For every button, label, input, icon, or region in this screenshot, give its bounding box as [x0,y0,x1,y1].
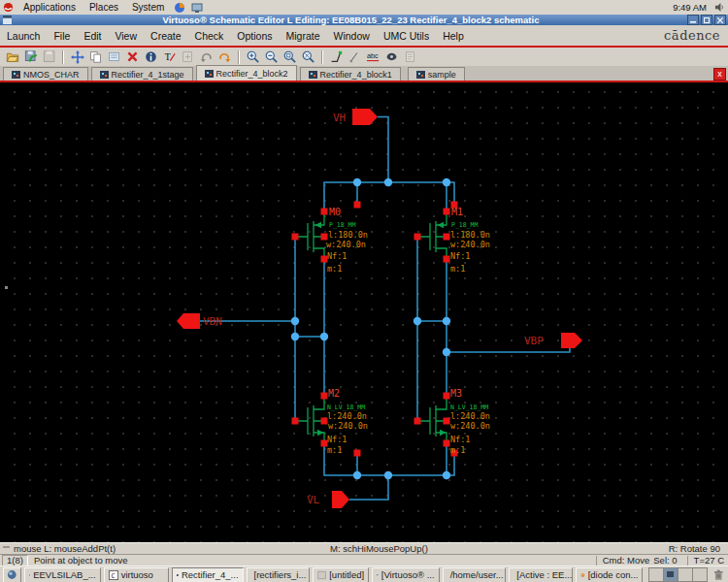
document-globe-icon [580,570,585,580]
transistor-m2-labels: M2 N_LV_18_MM l:240.0n w:240.0n Nf:1 m:1 [327,388,368,455]
pin-arrow [332,491,349,508]
svg-text:l:240.0n: l:240.0n [450,411,490,421]
zoom-area-button[interactable] [281,49,298,65]
transistor-m2-symbol[interactable] [292,393,328,447]
schematic-wires[interactable] [200,117,570,501]
redo-button[interactable] [216,49,233,65]
trash-icon[interactable] [713,569,724,581]
zoom-in-button[interactable] [245,49,261,65]
browser-launcher-icon[interactable] [174,2,185,14]
pin-vbp[interactable]: VBP [524,333,582,348]
taskbar-window-untitled[interactable]: [untitled] [313,567,369,582]
stretch-button[interactable] [106,49,122,65]
zoom-out-button[interactable] [263,49,280,65]
maximize-button[interactable] [701,15,712,25]
prompt-status-bar: 1(8) Point at object to move Cmd: Move S… [0,554,728,566]
taskbar-show-desktop-button[interactable] [3,567,21,582]
move-button[interactable] [69,49,85,65]
svg-text:Nf:1: Nf:1 [327,251,347,261]
minimize-button[interactable] [687,15,699,25]
note-disabled-button [402,49,418,65]
wire-button[interactable] [328,49,345,65]
narrow-wire-button[interactable] [347,49,363,65]
copy-button[interactable] [87,49,104,65]
svg-text:m:1: m:1 [450,264,465,274]
taskbar: EEVLSILAB_... Cvirtuoso Rectifier_4_... … [0,566,728,582]
terminal-icon: C [109,570,118,580]
system-menu[interactable]: System [125,2,171,13]
tab-rectifier-4-1stage[interactable]: Rectifier_4_1stage [91,67,193,81]
menu-umc-utils[interactable]: UMC Utils [377,30,436,42]
pin-vbn[interactable]: VBN [177,313,222,329]
pin-label: VH [333,112,346,124]
properties-button[interactable] [143,49,159,65]
svg-text:T: T [165,51,171,62]
taskbar-window-eevlsilab[interactable]: EEVLSILAB_... [24,567,101,582]
menu-edit[interactable]: Edit [77,30,108,42]
zoom-fit-button[interactable] [300,49,316,65]
open-button[interactable] [4,49,20,65]
taskbar-window-diode-con[interactable]: [diode con... [576,567,643,582]
menu-view[interactable]: View [108,30,144,42]
tab-rectifier-4-block2[interactable]: Rectifier_4_block2 [196,65,297,81]
transistor-m3-symbol[interactable] [414,393,450,447]
window-titlebar[interactable]: Virtuoso® Schematic Editor L Editing: EE… [0,15,728,25]
workspace-4[interactable] [693,568,707,581]
mouse-middle-binding: M: schHiMousePopUp() [330,543,428,554]
svg-text:w:240.0n: w:240.0n [328,421,368,431]
menu-migrate[interactable]: Migrate [280,30,327,42]
workspace-2-current[interactable] [664,568,678,581]
svg-text:M0: M0 [329,207,341,217]
workspace-1[interactable] [649,568,664,581]
tab-label: Rectifier_4_block2 [216,69,288,79]
volume-icon[interactable] [714,2,725,13]
taskbar-window-virtuoso-2[interactable]: [Virtuoso® ... [372,567,439,582]
transistor-m1-symbol[interactable] [414,209,450,263]
transistor-m3-labels: M3 N_LV_18_MM l:240.0n w:240.0n Nf:1 m:1 [450,388,490,455]
menu-bar: Launch File Edit View Create Check Optio… [0,25,728,46]
distro-logo-icon[interactable] [3,2,14,13]
taskbar-window-rectifiers-i[interactable]: [rectifiers_i... [247,567,311,582]
command-indicator: Cmd: Move [603,555,650,566]
svg-text:l:240.0n: l:240.0n [327,411,367,421]
undo-button[interactable] [198,49,215,65]
save-button[interactable] [22,49,39,65]
menu-create[interactable]: Create [144,30,188,42]
tab-label: Rectifier_4_block1 [320,70,392,80]
places-menu[interactable]: Places [83,2,125,13]
svg-text:Nf:1: Nf:1 [450,251,470,261]
taskbar-window-rectifier[interactable]: Rectifier_4_... [172,567,243,582]
svg-text:N_LV_18_MM: N_LV_18_MM [327,404,365,411]
taskbar-window-home-user[interactable]: C/home/user... [443,567,507,582]
edit-labels-button[interactable]: T [161,49,178,65]
svg-text:P_18_MM: P_18_MM [329,221,355,229]
tab-rectifier-4-block1[interactable]: Rectifier_4_block1 [300,67,401,81]
taskbar-window-virtuoso[interactable]: Cvirtuoso [104,567,170,582]
taskbar-window-active-ee[interactable]: [Active : EE... [509,567,573,582]
menu-launch[interactable]: Launch [0,30,47,42]
screenshot-launcher-icon[interactable] [191,2,203,14]
probe-button[interactable] [383,49,400,65]
schematic-tab-icon [100,71,109,79]
menu-file[interactable]: File [47,30,77,42]
tab-nmos-char[interactable]: NMOS_CHAR [3,67,88,81]
window-title: Virtuoso® Schematic Editor L Editing: EE… [15,15,687,25]
tab-close-button[interactable]: x [713,68,726,81]
svg-text:m:1: m:1 [327,264,342,274]
label-button[interactable]: abc [365,49,381,65]
workspace-3[interactable] [678,568,693,581]
close-button[interactable] [714,15,726,25]
pin-vl[interactable]: VL [307,491,349,508]
applications-menu[interactable]: Applications [17,2,83,13]
tab-sample[interactable]: sample [408,67,465,81]
delete-button[interactable] [124,49,141,65]
menu-help[interactable]: Help [436,30,471,42]
menu-check[interactable]: Check [188,30,231,42]
schematic-canvas[interactable]: M0 P_18_MM l:180.0n w:240.0n Nf:1 m:1 M1… [0,82,728,542]
menu-options[interactable]: Options [230,30,279,42]
workspace-switcher [648,567,708,582]
panel-clock[interactable]: 9:49 AM [668,2,711,13]
menu-window[interactable]: Window [327,30,377,42]
transistor-m0-symbol[interactable] [292,209,328,263]
pin-vh[interactable]: VH [333,109,378,125]
